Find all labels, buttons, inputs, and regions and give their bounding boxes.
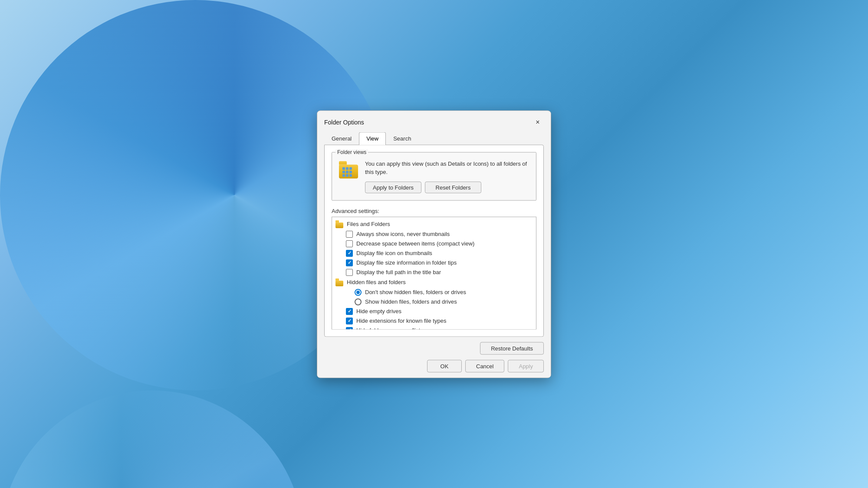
group-label-files-and-folders: Files and Folders [347,221,390,227]
advanced-settings-label: Advanced settings: [332,207,536,214]
radio-show-hidden[interactable] [355,298,362,305]
folder-views-description: You can apply this view (such as Details… [365,157,529,176]
group-folder-icon [335,220,344,228]
restore-defaults-button[interactable]: Restore Defaults [480,342,544,354]
grid-dot [346,167,349,170]
folder-tab [339,161,347,164]
folder-views-content: You can apply this view (such as Details… [339,157,529,193]
cancel-button[interactable]: Cancel [465,360,504,372]
tab-search[interactable]: Search [386,132,418,145]
setting-decrease-space[interactable]: Decrease space between items (compact vi… [332,239,536,248]
setting-hide-extensions[interactable]: Hide extensions for known file types [332,316,536,325]
close-button[interactable]: × [532,116,544,128]
setting-label-decrease-space: Decrease space between items (compact vi… [356,240,474,247]
checkbox-hide-merge-conflicts[interactable] [346,327,353,329]
setting-display-file-size[interactable]: Display file size information in folder … [332,258,536,267]
radio-dont-show-hidden[interactable] [355,288,362,295]
checkbox-display-full-path[interactable] [346,269,353,275]
setting-label-hide-empty-drives: Hide empty drives [356,308,401,314]
tab-bar: General View Search [317,128,551,144]
checkbox-hide-empty-drives[interactable] [346,308,353,314]
folder-grid [342,167,352,177]
apply-button[interactable]: Apply [508,360,544,372]
grid-dot [342,170,345,173]
setting-display-full-path[interactable]: Display the full path in the title bar [332,267,536,277]
settings-list[interactable]: Files and Folders Always show icons, nev… [332,216,536,329]
setting-label-always-show-icons: Always show icons, never thumbnails [356,231,450,237]
tab-view[interactable]: View [359,132,386,145]
setting-label-display-file-size: Display file size information in folder … [356,259,457,266]
group-hidden-files: Hidden files and folders [332,277,536,287]
setting-label-hide-extensions: Hide extensions for known file types [356,318,446,324]
dialog-titlebar: Folder Options × [317,111,551,128]
checkbox-always-show-icons[interactable] [346,230,353,237]
setting-always-show-icons[interactable]: Always show icons, never thumbnails [332,229,536,239]
folder-views-right: You can apply this view (such as Details… [365,157,529,193]
folder-options-dialog: Folder Options × General View Search Fol… [317,110,551,378]
setting-label-show-hidden: Show hidden files, folders and drives [365,298,457,305]
dialog-bottom: Restore Defaults OK Cancel Apply [317,337,551,377]
grid-dot [349,170,352,173]
folder-views-legend: Folder views [335,149,368,155]
checkbox-decrease-space[interactable] [346,240,353,247]
setting-show-hidden[interactable]: Show hidden files, folders and drives [332,297,536,306]
reset-folders-button[interactable]: Reset Folders [425,181,481,193]
folder-views-section: Folder views [332,152,536,200]
checkbox-hide-extensions[interactable] [346,317,353,324]
setting-label-dont-show-hidden: Don't show hidden files, folders or driv… [365,289,466,295]
grid-dot [349,167,352,170]
grid-dot [342,167,345,170]
setting-hide-merge-conflicts[interactable]: Hide folder merge conflicts [332,325,536,329]
folder-body [339,164,358,178]
swirl-decoration-2 [0,390,304,488]
advanced-settings-section: Advanced settings: Files and Folders Alw… [332,207,536,329]
setting-dont-show-hidden[interactable]: Don't show hidden files, folders or driv… [332,287,536,297]
restore-defaults-row: Restore Defaults [324,342,544,354]
grid-dot [346,174,349,177]
apply-to-folders-button[interactable]: Apply to Folders [365,181,421,193]
setting-display-file-icon[interactable]: Display file icon on thumbnails [332,248,536,258]
dialog-body: Folder views [324,144,544,337]
setting-label-hide-merge-conflicts: Hide folder merge conflicts [356,327,423,330]
grid-dot [349,174,352,177]
setting-label-display-file-icon: Display file icon on thumbnails [356,250,432,256]
group-folder-icon-hidden [335,278,344,286]
dialog-title: Folder Options [324,118,364,125]
setting-hide-empty-drives[interactable]: Hide empty drives [332,306,536,316]
folder-views-buttons: Apply to Folders Reset Folders [365,181,529,193]
group-files-and-folders: Files and Folders [332,219,536,229]
setting-label-display-full-path: Display the full path in the title bar [356,269,441,275]
checkbox-display-file-size[interactable] [346,259,353,266]
folder-icon [339,159,360,178]
checkbox-display-file-icon[interactable] [346,249,353,256]
action-buttons-row: OK Cancel Apply [324,360,544,372]
grid-dot [346,170,349,173]
tab-general[interactable]: General [324,132,359,145]
ok-button[interactable]: OK [427,360,462,372]
grid-dot [342,174,345,177]
gfi-body-hidden [335,280,343,286]
group-label-hidden-files: Hidden files and folders [347,279,406,285]
gfi-body [335,222,343,228]
